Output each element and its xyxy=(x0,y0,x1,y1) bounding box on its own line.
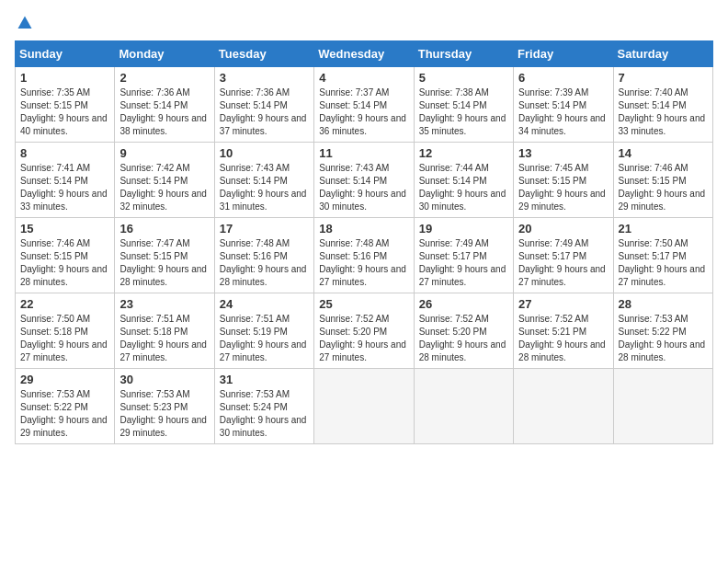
day-info: Sunrise: 7:47 AM Sunset: 5:15 PM Dayligh… xyxy=(119,237,209,289)
day-info: Sunrise: 7:50 AM Sunset: 5:18 PM Dayligh… xyxy=(20,313,109,364)
calendar-day-header: Saturday xyxy=(613,41,712,67)
calendar-week-row: 1Sunrise: 7:35 AM Sunset: 5:15 PM Daylig… xyxy=(16,67,713,143)
day-number: 29 xyxy=(20,373,109,386)
day-number: 7 xyxy=(619,71,708,85)
calendar-day-header: Thursday xyxy=(414,41,513,67)
day-info: Sunrise: 7:49 AM Sunset: 5:17 PM Dayligh… xyxy=(419,237,508,289)
calendar-empty-cell xyxy=(613,369,712,444)
day-info: Sunrise: 7:35 AM Sunset: 5:15 PM Dayligh… xyxy=(20,86,109,138)
logo-icon xyxy=(17,15,33,31)
calendar-empty-cell xyxy=(414,369,513,444)
svg-marker-0 xyxy=(18,17,32,29)
calendar-day-cell: 29Sunrise: 7:53 AM Sunset: 5:22 PM Dayli… xyxy=(16,369,115,444)
page-header xyxy=(15,15,713,31)
calendar-week-row: 29Sunrise: 7:53 AM Sunset: 5:22 PM Dayli… xyxy=(16,369,713,444)
calendar-day-cell: 20Sunrise: 7:49 AM Sunset: 5:17 PM Dayli… xyxy=(514,218,613,293)
day-number: 25 xyxy=(319,297,408,311)
calendar-day-header: Sunday xyxy=(16,41,115,67)
day-number: 11 xyxy=(319,146,408,160)
calendar-day-cell: 25Sunrise: 7:52 AM Sunset: 5:20 PM Dayli… xyxy=(314,293,414,369)
calendar-day-cell: 27Sunrise: 7:52 AM Sunset: 5:21 PM Dayli… xyxy=(514,293,613,369)
day-info: Sunrise: 7:53 AM Sunset: 5:22 PM Dayligh… xyxy=(619,313,708,364)
calendar-day-cell: 15Sunrise: 7:46 AM Sunset: 5:15 PM Dayli… xyxy=(16,218,115,293)
calendar-empty-cell xyxy=(314,369,414,444)
day-number: 31 xyxy=(220,373,309,386)
day-number: 18 xyxy=(319,222,408,236)
calendar-day-cell: 26Sunrise: 7:52 AM Sunset: 5:20 PM Dayli… xyxy=(414,293,513,369)
calendar-day-cell: 31Sunrise: 7:53 AM Sunset: 5:24 PM Dayli… xyxy=(214,369,313,444)
calendar-day-cell: 4Sunrise: 7:37 AM Sunset: 5:14 PM Daylig… xyxy=(314,67,414,143)
day-info: Sunrise: 7:37 AM Sunset: 5:14 PM Dayligh… xyxy=(319,86,408,138)
logo xyxy=(15,15,33,31)
day-info: Sunrise: 7:49 AM Sunset: 5:17 PM Dayligh… xyxy=(518,237,608,289)
calendar-day-cell: 6Sunrise: 7:39 AM Sunset: 5:14 PM Daylig… xyxy=(514,67,613,143)
day-info: Sunrise: 7:52 AM Sunset: 5:20 PM Dayligh… xyxy=(419,313,508,364)
day-number: 1 xyxy=(20,71,109,85)
day-number: 21 xyxy=(619,222,708,236)
day-number: 27 xyxy=(518,297,608,311)
day-info: Sunrise: 7:52 AM Sunset: 5:20 PM Dayligh… xyxy=(319,313,408,364)
day-number: 15 xyxy=(20,222,109,236)
day-info: Sunrise: 7:41 AM Sunset: 5:14 PM Dayligh… xyxy=(20,162,109,213)
day-info: Sunrise: 7:51 AM Sunset: 5:19 PM Dayligh… xyxy=(220,313,309,364)
day-number: 23 xyxy=(119,297,209,311)
day-info: Sunrise: 7:45 AM Sunset: 5:15 PM Dayligh… xyxy=(518,162,608,213)
day-number: 5 xyxy=(419,71,508,85)
day-info: Sunrise: 7:43 AM Sunset: 5:14 PM Dayligh… xyxy=(319,162,408,213)
day-number: 24 xyxy=(220,297,309,311)
calendar-day-header: Friday xyxy=(514,41,613,67)
calendar-week-row: 8Sunrise: 7:41 AM Sunset: 5:14 PM Daylig… xyxy=(16,143,713,218)
day-info: Sunrise: 7:36 AM Sunset: 5:14 PM Dayligh… xyxy=(220,86,309,138)
calendar-body: 1Sunrise: 7:35 AM Sunset: 5:15 PM Daylig… xyxy=(16,67,713,444)
calendar-day-cell: 9Sunrise: 7:42 AM Sunset: 5:14 PM Daylig… xyxy=(115,143,214,218)
calendar-day-cell: 5Sunrise: 7:38 AM Sunset: 5:14 PM Daylig… xyxy=(414,67,513,143)
calendar-day-cell: 12Sunrise: 7:44 AM Sunset: 5:14 PM Dayli… xyxy=(414,143,513,218)
calendar-day-header: Tuesday xyxy=(214,41,313,67)
calendar-day-cell: 11Sunrise: 7:43 AM Sunset: 5:14 PM Dayli… xyxy=(314,143,414,218)
calendar-table: SundayMondayTuesdayWednesdayThursdayFrid… xyxy=(15,40,713,444)
day-info: Sunrise: 7:53 AM Sunset: 5:23 PM Dayligh… xyxy=(119,388,209,440)
calendar-day-cell: 18Sunrise: 7:48 AM Sunset: 5:16 PM Dayli… xyxy=(314,218,414,293)
day-number: 8 xyxy=(20,146,109,160)
day-info: Sunrise: 7:48 AM Sunset: 5:16 PM Dayligh… xyxy=(220,237,309,289)
day-number: 2 xyxy=(119,71,209,85)
day-info: Sunrise: 7:43 AM Sunset: 5:14 PM Dayligh… xyxy=(220,162,309,213)
day-info: Sunrise: 7:40 AM Sunset: 5:14 PM Dayligh… xyxy=(619,86,708,138)
calendar-day-cell: 22Sunrise: 7:50 AM Sunset: 5:18 PM Dayli… xyxy=(16,293,115,369)
day-number: 6 xyxy=(518,71,608,85)
day-info: Sunrise: 7:51 AM Sunset: 5:18 PM Dayligh… xyxy=(119,313,209,364)
day-number: 3 xyxy=(220,71,309,85)
day-info: Sunrise: 7:50 AM Sunset: 5:17 PM Dayligh… xyxy=(619,237,708,289)
day-number: 16 xyxy=(119,222,209,236)
day-info: Sunrise: 7:42 AM Sunset: 5:14 PM Dayligh… xyxy=(119,162,209,213)
day-number: 9 xyxy=(119,146,209,160)
day-number: 30 xyxy=(119,373,209,386)
calendar-day-cell: 1Sunrise: 7:35 AM Sunset: 5:15 PM Daylig… xyxy=(16,67,115,143)
calendar-day-cell: 16Sunrise: 7:47 AM Sunset: 5:15 PM Dayli… xyxy=(115,218,214,293)
calendar-day-header: Wednesday xyxy=(314,41,414,67)
calendar-day-cell: 23Sunrise: 7:51 AM Sunset: 5:18 PM Dayli… xyxy=(115,293,214,369)
day-number: 28 xyxy=(619,297,708,311)
calendar-day-cell: 7Sunrise: 7:40 AM Sunset: 5:14 PM Daylig… xyxy=(613,67,712,143)
day-number: 10 xyxy=(220,146,309,160)
calendar-day-cell: 19Sunrise: 7:49 AM Sunset: 5:17 PM Dayli… xyxy=(414,218,513,293)
calendar-day-cell: 14Sunrise: 7:46 AM Sunset: 5:15 PM Dayli… xyxy=(613,143,712,218)
calendar-day-cell: 3Sunrise: 7:36 AM Sunset: 5:14 PM Daylig… xyxy=(214,67,313,143)
day-info: Sunrise: 7:44 AM Sunset: 5:14 PM Dayligh… xyxy=(419,162,508,213)
day-number: 12 xyxy=(419,146,508,160)
calendar-day-cell: 2Sunrise: 7:36 AM Sunset: 5:14 PM Daylig… xyxy=(115,67,214,143)
day-number: 17 xyxy=(220,222,309,236)
calendar-day-cell: 8Sunrise: 7:41 AM Sunset: 5:14 PM Daylig… xyxy=(16,143,115,218)
day-number: 13 xyxy=(518,146,608,160)
calendar-week-row: 15Sunrise: 7:46 AM Sunset: 5:15 PM Dayli… xyxy=(16,218,713,293)
calendar-day-cell: 28Sunrise: 7:53 AM Sunset: 5:22 PM Dayli… xyxy=(613,293,712,369)
day-number: 14 xyxy=(619,146,708,160)
calendar-empty-cell xyxy=(514,369,613,444)
calendar-day-cell: 24Sunrise: 7:51 AM Sunset: 5:19 PM Dayli… xyxy=(214,293,313,369)
day-number: 22 xyxy=(20,297,109,311)
day-number: 26 xyxy=(419,297,508,311)
day-info: Sunrise: 7:48 AM Sunset: 5:16 PM Dayligh… xyxy=(319,237,408,289)
calendar-day-cell: 13Sunrise: 7:45 AM Sunset: 5:15 PM Dayli… xyxy=(514,143,613,218)
day-info: Sunrise: 7:52 AM Sunset: 5:21 PM Dayligh… xyxy=(518,313,608,364)
day-number: 19 xyxy=(419,222,508,236)
